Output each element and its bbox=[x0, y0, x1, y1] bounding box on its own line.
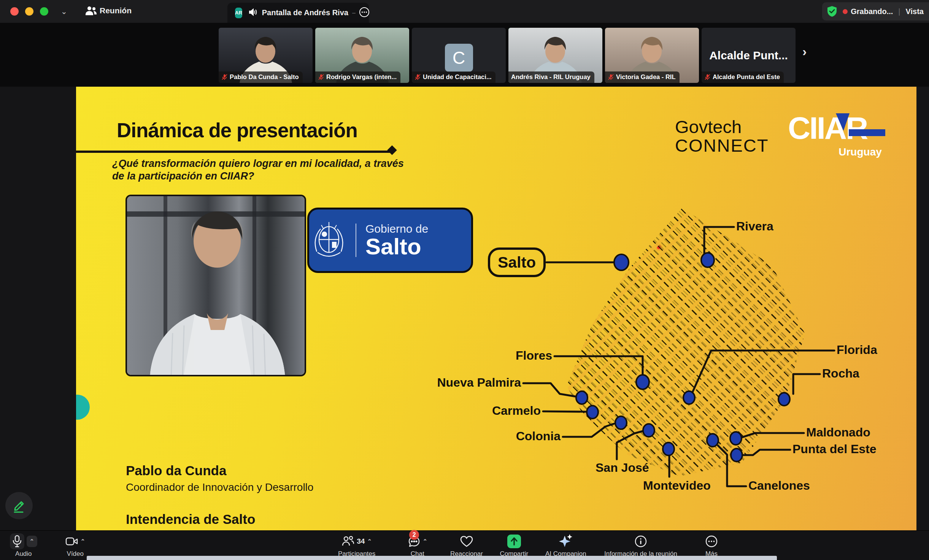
speaker-role: Coordinador de Innovación y Desarrollo bbox=[126, 481, 313, 493]
sparkle-icon bbox=[558, 533, 573, 549]
menu-bar-right: Grabando... | Vista bbox=[822, 2, 929, 21]
security-shield-icon[interactable] bbox=[827, 6, 837, 17]
participant-filmstrip: Pablo Da Cunda - Salto Rodrigo Vargas (i… bbox=[0, 23, 929, 87]
city-label-canelones: Canelones bbox=[748, 479, 810, 493]
pencil-icon bbox=[11, 498, 27, 513]
salto-label: Salto bbox=[365, 235, 428, 258]
share-icon bbox=[506, 533, 522, 549]
city-label-flores: Flores bbox=[516, 349, 552, 363]
menu-bar: ⌄ Reunión AR Pantalla de Andrés Riva – bbox=[0, 0, 929, 23]
tab-more-icon[interactable] bbox=[359, 6, 370, 19]
chevron-up-icon[interactable]: ⌃ bbox=[81, 538, 86, 545]
toolbar-audio-button[interactable]: ⌃Audio bbox=[10, 533, 38, 558]
participant-name-tag: Rodrigo Vargas (inten... bbox=[315, 71, 400, 83]
uruguay-circuit-map bbox=[559, 205, 810, 479]
city-label-nueva-palmira: Nueva Palmira bbox=[437, 376, 521, 390]
title-underline bbox=[76, 151, 392, 153]
mic-off-icon bbox=[221, 74, 228, 80]
city-label-rivera: Rivera bbox=[736, 219, 773, 233]
screen-share-tab[interactable]: AR Pantalla de Andrés Riva – bbox=[227, 3, 369, 23]
mic-icon bbox=[12, 535, 22, 548]
ciiar-blue-bar bbox=[849, 129, 885, 136]
speaker-photo bbox=[125, 195, 306, 376]
toolbar-meeting-info-button[interactable]: Información de la reunión bbox=[604, 533, 677, 558]
speaker-organization: Intendencia de Salto bbox=[126, 512, 255, 527]
participant-name: Alcalde Punta del Este bbox=[713, 73, 780, 81]
participant-tile-unidad[interactable]: CUnidad de Capacitaci... bbox=[412, 28, 506, 83]
toolbar-ai-companion-button[interactable]: AI Companion bbox=[545, 533, 586, 558]
city-callout-salto: Salto bbox=[488, 247, 546, 277]
recording-status[interactable]: Grabando... bbox=[851, 7, 893, 16]
toolbar-chat-button[interactable]: ⌃2Chat bbox=[408, 533, 428, 558]
city-label-punta-del-este: Punta del Este bbox=[792, 442, 877, 456]
ciiar-blue-wedge bbox=[836, 113, 850, 131]
participant-name: Unidad de Capacitaci... bbox=[423, 73, 492, 81]
meeting-people-icon bbox=[84, 5, 97, 18]
teal-accent-circle bbox=[76, 395, 90, 420]
participant-name-tag: Andrés Riva - RIL Uruguay bbox=[508, 71, 594, 83]
zoom-meeting-window: ⌄ Reunión AR Pantalla de Andrés Riva – bbox=[0, 0, 929, 560]
toolbar-video-button[interactable]: ⌃Vídeo bbox=[65, 533, 86, 558]
toolbar-participants-button[interactable]: 34⌃Participantes bbox=[338, 533, 375, 558]
meeting-tab-label[interactable]: Reunión bbox=[100, 6, 132, 15]
title-underline-diamond bbox=[387, 145, 397, 155]
participant-name-tag: Unidad de Capacitaci... bbox=[412, 71, 495, 83]
toolbar-react-button[interactable]: Reaccionar bbox=[450, 533, 483, 558]
ciiar-uruguay-label: Uruguay bbox=[807, 146, 913, 158]
heart-icon bbox=[460, 535, 473, 547]
chevron-up-icon[interactable]: ⌃ bbox=[30, 538, 35, 544]
mic-off-icon bbox=[608, 74, 614, 80]
city-label-rocha: Rocha bbox=[822, 366, 859, 381]
menu-divider: | bbox=[898, 7, 900, 16]
city-label-maldonado: Maldonado bbox=[806, 425, 870, 439]
toolbar-label: Vídeo bbox=[67, 550, 84, 558]
mic-off-icon bbox=[318, 74, 324, 80]
participant-tiles: Pablo Da Cunda - Salto Rodrigo Vargas (i… bbox=[219, 28, 796, 83]
participant-name: Andrés Riva - RIL Uruguay bbox=[511, 73, 591, 81]
ciiar-logo: CIIAR Uruguay bbox=[788, 113, 916, 158]
avatar-letter: C bbox=[445, 44, 473, 72]
toolbar-label: Audio bbox=[15, 550, 32, 558]
mic-off-icon bbox=[704, 74, 711, 80]
filmstrip-next-button[interactable]: › bbox=[800, 44, 809, 59]
govtech-connect-logo: Govtech CONNECT bbox=[675, 118, 769, 155]
salto-crest-icon bbox=[309, 217, 349, 263]
city-label-colonia: Colonia bbox=[516, 429, 561, 443]
participant-name: Pablo Da Cunda - Salto bbox=[230, 73, 299, 81]
annotate-button[interactable] bbox=[5, 492, 33, 519]
participant-tile-alcalde[interactable]: Alcalde Punt...Alcalde Punta del Este bbox=[702, 28, 796, 83]
slide-title: Dinámica de presentación bbox=[117, 119, 357, 142]
gobierno-de-salto-badge: Gobierno de Salto bbox=[307, 208, 473, 273]
participant-tile-andrés[interactable]: Andrés Riva - RIL Uruguay bbox=[508, 28, 602, 83]
speaker-name: Pablo da Cunda bbox=[126, 463, 226, 478]
city-label-carmelo: Carmelo bbox=[492, 404, 541, 418]
participant-name: Rodrigo Vargas (inten... bbox=[326, 73, 397, 81]
screen-share-tab-title: Pantalla de Andrés Riva bbox=[262, 8, 348, 17]
chevron-up-icon[interactable]: ⌃ bbox=[367, 538, 372, 545]
participant-tile-victoria[interactable]: Victoria Gadea - RIL bbox=[605, 28, 699, 83]
info-icon bbox=[634, 535, 647, 548]
participant-tile-pablo[interactable]: Pablo Da Cunda - Salto bbox=[219, 28, 313, 83]
recording-dot bbox=[843, 9, 848, 14]
participant-tile-rodrigo[interactable]: Rodrigo Vargas (inten... bbox=[315, 28, 409, 83]
speaker-icon bbox=[248, 8, 257, 18]
toolbar-more-button[interactable]: Más bbox=[705, 533, 718, 558]
participant-name-tag: Alcalde Punta del Este bbox=[702, 71, 784, 83]
view-menu[interactable]: Vista bbox=[906, 7, 924, 16]
chevron-down-icon[interactable]: ⌄ bbox=[61, 7, 67, 16]
window-zoom-button[interactable] bbox=[40, 7, 48, 16]
toolbar-share-button[interactable]: Compartir bbox=[500, 533, 529, 558]
participant-name: Victoria Gadea - RIL bbox=[616, 73, 676, 81]
tab-separator: – bbox=[352, 10, 356, 16]
participant-name-tag: Victoria Gadea - RIL bbox=[605, 71, 680, 83]
slide-subtitle: ¿Qué transformación quiero lograr en mi … bbox=[112, 157, 404, 182]
city-label-san-jose: San José bbox=[596, 461, 649, 475]
gobierno-label: Gobierno de bbox=[365, 222, 428, 235]
chevron-up-icon[interactable]: ⌃ bbox=[423, 538, 428, 545]
city-label-florida: Florida bbox=[837, 343, 877, 357]
window-close-button[interactable] bbox=[10, 7, 19, 16]
window-minimize-button[interactable] bbox=[25, 7, 33, 16]
background-window-edge bbox=[87, 556, 777, 560]
camera-icon bbox=[65, 536, 78, 546]
mic-off-icon bbox=[414, 74, 421, 80]
